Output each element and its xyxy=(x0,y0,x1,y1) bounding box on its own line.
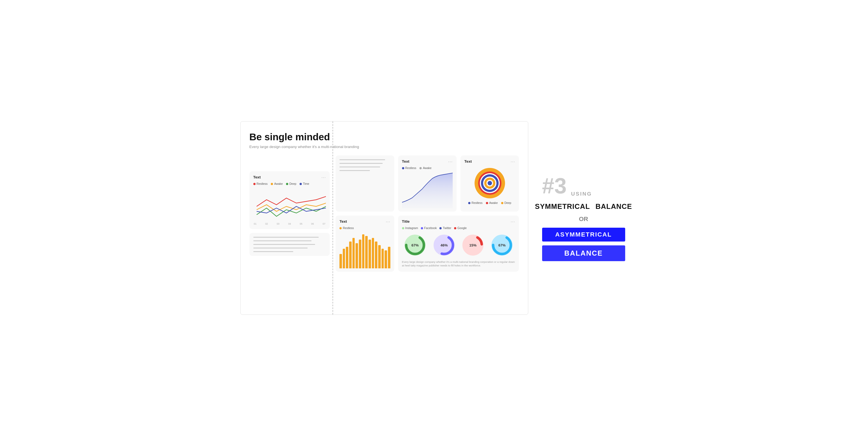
card2-title: Text xyxy=(402,159,409,164)
donut-twitter: 15% xyxy=(462,234,484,256)
svg-text:15%: 15% xyxy=(469,243,476,247)
bar-11 xyxy=(372,238,374,269)
outer-container: Be single minded Every large design comp… xyxy=(240,121,628,315)
card4-legend: Restless xyxy=(339,227,390,230)
label5-facebook: Facebook xyxy=(424,227,437,230)
bar-16 xyxy=(388,247,391,268)
bar-15 xyxy=(384,250,387,268)
legend-label-deep: Deep xyxy=(289,182,296,186)
dot5-google xyxy=(454,227,456,229)
dashed-divider xyxy=(333,122,333,314)
svg-text:67%: 67% xyxy=(498,243,505,247)
bar-5 xyxy=(352,238,355,269)
number-display: #3 xyxy=(542,175,567,197)
left-column: Text ··· Restless Awake Deep xyxy=(249,171,330,256)
legend-item-restless: Restless xyxy=(253,182,268,186)
card1-menu[interactable]: ··· xyxy=(321,175,326,180)
dot3-awake xyxy=(486,202,488,204)
symmetrical-row: SYMMETRICAL BALANCE xyxy=(535,202,632,210)
dot2-awake xyxy=(420,167,422,169)
card2-menu[interactable]: ··· xyxy=(448,159,453,164)
svg-text:67%: 67% xyxy=(411,243,418,247)
label5-instagram: Instagram xyxy=(405,227,418,230)
dot-time xyxy=(300,183,302,185)
x-label-06: 06 xyxy=(311,223,314,225)
tl-3 xyxy=(339,167,380,167)
text-line-1 xyxy=(253,237,319,238)
text-line-2 xyxy=(253,240,311,241)
or-label: OR xyxy=(579,215,588,223)
label4-restless: Restless xyxy=(343,227,354,230)
area-chart xyxy=(402,172,453,208)
card3-header: Text ··· xyxy=(464,159,515,164)
badge-balance: BALANCE xyxy=(542,245,625,261)
bar-14 xyxy=(381,249,384,269)
bar-3 xyxy=(346,247,348,268)
text-line-5 xyxy=(253,251,293,252)
dot2-restless xyxy=(402,167,404,169)
bar-7 xyxy=(359,240,361,268)
card3-title: Text xyxy=(464,159,472,164)
legend-label-awake: Awake xyxy=(274,182,283,186)
card-bar-chart: Text ··· Restless xyxy=(336,215,394,272)
svg-point-7 xyxy=(488,181,492,186)
panel-title: Be single minded xyxy=(249,131,519,142)
x-label-02: 02 xyxy=(265,223,268,225)
x-label-04: 04 xyxy=(288,223,291,225)
label3-awake: Awake xyxy=(489,201,498,204)
card5-header: Title ··· xyxy=(402,220,515,224)
donut-instagram: 67% xyxy=(404,234,426,256)
sym-word-2: BALANCE xyxy=(595,202,632,210)
dot3-restless xyxy=(468,202,470,204)
card1-header: Text ··· xyxy=(253,175,326,180)
text-lines-card xyxy=(339,159,390,171)
left-text-placeholder xyxy=(249,233,330,256)
label3-deep: Deep xyxy=(504,201,512,204)
tl-4 xyxy=(339,170,370,171)
dot3-deep xyxy=(501,202,503,204)
bar-4 xyxy=(349,241,352,269)
card4-menu[interactable]: ··· xyxy=(386,220,390,224)
bar-chart xyxy=(339,232,390,268)
x-label-07: 07 xyxy=(322,223,325,225)
label2-awake: Awake xyxy=(423,167,431,170)
card-area-chart: Text ··· Restless Awake xyxy=(398,156,457,212)
legend-label-restless: Restless xyxy=(257,182,268,186)
card5-desc: Every large design company whether it's … xyxy=(402,260,515,268)
bar-6 xyxy=(355,243,358,268)
card5-title: Title xyxy=(402,220,410,224)
legend2-restless: Restless xyxy=(402,167,416,170)
tl-2 xyxy=(339,163,383,164)
x-label-05: 05 xyxy=(300,223,302,225)
x-label-03: 03 xyxy=(277,223,279,225)
legend-item-awake: Awake xyxy=(271,182,283,186)
text-line-4 xyxy=(253,247,308,248)
legend5-facebook: Facebook xyxy=(421,227,437,230)
label5-google: Google xyxy=(457,227,467,230)
legend5-twitter: Twitter xyxy=(439,227,451,230)
dot5-facebook xyxy=(421,227,423,229)
dot-deep xyxy=(286,183,288,185)
card3-menu[interactable]: ··· xyxy=(510,159,515,164)
legend3-restless: Restless xyxy=(468,201,483,204)
line-chart xyxy=(253,188,326,221)
donut-facebook: 46% xyxy=(433,234,455,256)
legend3-deep: Deep xyxy=(501,201,512,204)
text-lines-left xyxy=(253,237,326,252)
card1-legend: Restless Awake Deep Time xyxy=(253,182,326,186)
bar-13 xyxy=(378,245,381,269)
legend5-instagram: Instagram xyxy=(402,227,418,230)
card5-menu[interactable]: ··· xyxy=(510,220,515,224)
legend-item-time: Time xyxy=(300,182,309,186)
text-line-3 xyxy=(253,244,315,245)
cards-grid: Text ··· Restless Awake xyxy=(336,156,519,272)
card3-legend: Restless Awake Deep xyxy=(464,201,515,204)
label5-twitter: Twitter xyxy=(443,227,451,230)
bar-8 xyxy=(362,234,365,269)
legend5-google: Google xyxy=(454,227,467,230)
x-label-01: 01 xyxy=(254,223,257,225)
main-chart-card: Text ··· Restless Awake Deep xyxy=(249,171,330,229)
legend4-restless: Restless xyxy=(339,227,354,230)
card2-header: Text ··· xyxy=(402,159,453,164)
bar-10 xyxy=(369,240,371,268)
